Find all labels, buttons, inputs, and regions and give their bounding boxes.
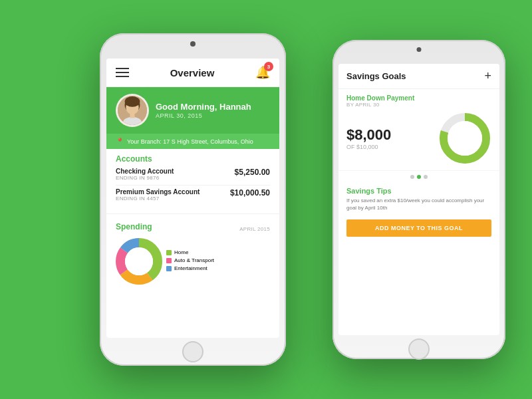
spending-donut	[116, 238, 162, 285]
greeting-banner: Good Morning, Hannah APRIL 30, 2015	[106, 87, 279, 134]
add-money-button[interactable]: ADD MONEY TO THIS GOAL	[346, 219, 491, 237]
tips-title: Savings Tips	[346, 187, 491, 195]
spending-header: Spending APRIL 2015	[116, 222, 270, 235]
back-home-button-area	[332, 335, 505, 363]
menu-button[interactable]	[116, 68, 129, 77]
accounts-title: Accounts	[116, 154, 270, 164]
branch-label: Your Branch: 17 S High Street, Columbus,…	[127, 138, 253, 145]
account-name-checking: Checking Account	[116, 168, 174, 175]
goal-title: Home Down Payment	[346, 94, 491, 102]
greeting-date: APRIL 30, 2015	[156, 112, 251, 119]
account-ending-checking: ENDING IN 9876	[116, 175, 174, 181]
account-ending-savings: ENDING IN 4457	[116, 196, 200, 201]
avatar	[116, 94, 149, 127]
back-camera-dot	[417, 47, 422, 52]
notification-badge: 3	[264, 62, 273, 71]
notification-button[interactable]: 🔔 3	[255, 65, 270, 80]
front-screen: Overview 🔔 3	[106, 59, 279, 338]
home-button[interactable]	[182, 341, 203, 362]
goal-subtitle: BY APRIL 30	[346, 102, 491, 108]
legend-dot-auto	[166, 258, 172, 263]
goal-chart-row: $8,000 OF $10,000	[346, 112, 491, 165]
goal-of: OF $10,000	[346, 144, 433, 150]
account-name-savings: Premium Savings Account	[116, 188, 200, 196]
spending-title: Spending	[116, 222, 152, 231]
back-phone-top	[332, 40, 505, 64]
app-header: Overview 🔔 3	[106, 59, 279, 87]
legend-dot-entertainment	[166, 266, 172, 271]
account-row-checking[interactable]: Checking Account ENDING IN 9876 $5,250.0…	[116, 168, 270, 181]
svg-rect-5	[130, 113, 134, 118]
branch-bar: 📍 Your Branch: 17 S High Street, Columbu…	[106, 134, 279, 149]
legend-label-auto: Auto & Transport	[174, 257, 214, 263]
account-row-savings[interactable]: Premium Savings Account ENDING IN 4457 $…	[116, 188, 270, 201]
accounts-section: Accounts Checking Account ENDING IN 9876…	[106, 149, 279, 211]
dot-1	[410, 175, 414, 179]
back-home-button[interactable]	[408, 338, 430, 360]
tips-section: Savings Tips If you saved an extra $10/w…	[338, 183, 499, 215]
dot-3	[424, 175, 428, 179]
legend-label-entertainment: Entertainment	[174, 265, 207, 271]
camera-dot	[190, 41, 196, 47]
savings-title: Savings Goals	[346, 71, 406, 81]
svg-point-3	[125, 96, 140, 107]
goal-amount-block: $8,000 OF $10,000	[346, 126, 433, 150]
section-divider	[106, 213, 279, 214]
svg-point-11	[125, 247, 153, 275]
legend-home: Home	[166, 249, 214, 255]
legend-auto: Auto & Transport	[166, 257, 214, 263]
spending-period: APRIL 2015	[239, 226, 270, 232]
legend-label-home: Home	[174, 249, 188, 255]
app-title: Overview	[170, 67, 215, 78]
front-phone-top	[100, 33, 286, 59]
tips-text: If you saved an extra $10/week you could…	[346, 197, 491, 211]
legend-entertainment: Entertainment	[166, 265, 214, 271]
greeting-text: Good Morning, Hannah APRIL 30, 2015	[156, 102, 251, 119]
front-phone: Overview 🔔 3	[100, 33, 286, 366]
divider	[116, 185, 270, 186]
pin-icon: 📍	[116, 138, 124, 145]
back-screen: Savings Goals + Home Down Payment BY APR…	[338, 64, 499, 335]
goal-amount: $8,000	[346, 126, 433, 144]
dot-2	[417, 175, 421, 179]
svg-point-14	[448, 121, 482, 156]
home-button-area	[100, 338, 286, 366]
dot-indicators	[338, 175, 499, 179]
greeting-name: Good Morning, Hannah	[156, 102, 251, 112]
spending-content: Home Auto & Transport Entertainment	[116, 238, 270, 285]
account-amount-savings: $10,000.50	[230, 188, 270, 198]
goal-card: Home Down Payment BY APRIL 30 $8,000 OF …	[338, 89, 499, 171]
goal-donut	[438, 112, 491, 165]
back-phone: Savings Goals + Home Down Payment BY APR…	[332, 40, 505, 359]
savings-header: Savings Goals +	[338, 64, 499, 89]
legend-dot-home	[166, 250, 172, 255]
add-goal-button[interactable]: +	[484, 69, 491, 83]
spending-legend: Home Auto & Transport Entertainment	[166, 249, 214, 273]
spending-section: Spending APRIL 2015	[106, 217, 279, 290]
account-amount-checking: $5,250.00	[235, 168, 270, 177]
